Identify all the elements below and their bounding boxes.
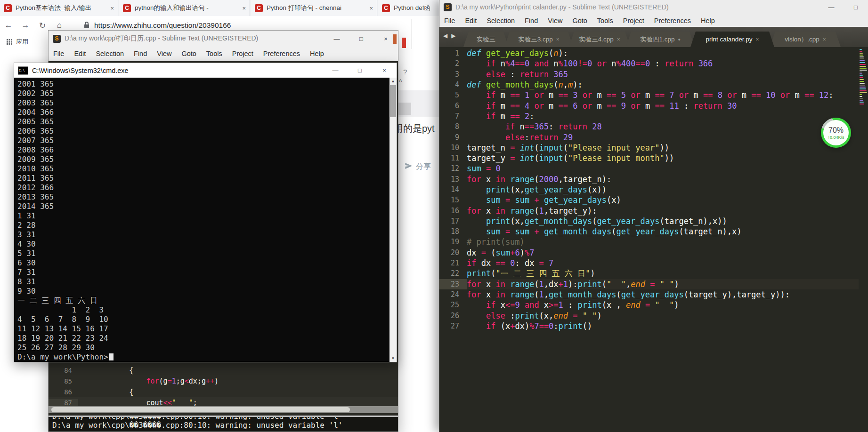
browser-tab[interactable]: CPython基本语法_输入/输出× [0, 0, 118, 16]
minimap-line [860, 104, 864, 104]
menu-item[interactable]: Find [525, 17, 538, 24]
download-speed-badge[interactable]: 70% ↑0.04K/s [821, 118, 851, 148]
tab-close-icon[interactable]: × [823, 36, 826, 43]
browser-tab[interactable]: Cpython的输入和输出语句 - × [119, 0, 250, 16]
tab-close-icon[interactable]: × [617, 36, 620, 43]
minimap[interactable] [860, 49, 867, 105]
home-button[interactable]: ⌂ [51, 21, 68, 30]
terminal-line: 11 12 13 14 15 16 17 [17, 324, 108, 334]
build-scrollbar-thumb[interactable] [393, 34, 397, 44]
tab-left-arrow-icon[interactable]: ◀ [443, 32, 447, 39]
line-number: 7 [439, 111, 467, 121]
editor-tab[interactable]: 实验四1.cpp● [626, 32, 695, 47]
maximize-button[interactable]: □ [844, 0, 868, 14]
minimap-line [860, 55, 863, 56]
csdn-favicon: C [255, 4, 263, 12]
scrollbar-thumb[interactable] [51, 407, 350, 412]
menu-item[interactable]: View [548, 17, 562, 24]
scroll-up-arrow-icon[interactable]: ▲ [389, 78, 397, 85]
python-title-bar[interactable]: S D:\a my work\Python\print calander.py … [439, 0, 868, 14]
code-line: 13for x in range(2000,target_n): [439, 174, 859, 184]
tab-close-icon[interactable]: × [556, 36, 560, 43]
cpp-menu-bar: FileEditSelectionFindViewGotoToolsProjec… [49, 47, 398, 61]
menu-item[interactable]: File [53, 50, 64, 57]
minimize-button[interactable]: — [323, 63, 348, 78]
editor-tab[interactable]: 实验三4.cpp× [569, 32, 630, 47]
terminal-body[interactable]: 2001 3652002 3652003 3652004 3662005 365… [14, 78, 397, 362]
menu-item[interactable]: View [157, 50, 171, 57]
cpp-code-area[interactable]: 84 {85 for(g=1;g<dx;g++)86 {87 cout<<" "… [49, 365, 398, 408]
line-number: 19 [439, 237, 467, 247]
tab-close-icon[interactable]: × [242, 5, 246, 12]
code-text: else:return 29 [467, 133, 573, 142]
vertical-scrollbar[interactable]: ▲ ▼ [389, 78, 397, 362]
build-output-line: D:\a my work\cpp\��3����.cpp:80:10: warn… [52, 421, 398, 430]
python-menu-bar: FileEditSelectionFindViewGotoToolsProjec… [439, 14, 868, 27]
menu-item[interactable]: Preferences [263, 50, 300, 57]
minimize-button[interactable]: — [819, 0, 844, 14]
menu-item[interactable]: Find [134, 50, 147, 57]
python-code-area[interactable]: 1def get_year_days(n):2 if n%4==0 and n%… [439, 47, 868, 432]
scroll-down-arrow-icon[interactable]: ▼ [389, 355, 397, 362]
tab-scroll-arrows[interactable]: ◀▶ [443, 32, 459, 39]
editor-tab[interactable]: print calander.py× [690, 32, 774, 47]
line-number: 22 [439, 268, 467, 279]
reload-button[interactable]: ↻ [34, 21, 51, 31]
code-text: if m == 4 or m == 6 or m == 9 or m == 11… [467, 101, 737, 111]
minimap-line [860, 70, 867, 71]
editor-tab[interactable]: vision）.cpp× [770, 32, 841, 47]
terminal-line: 2006 365 [17, 127, 108, 136]
code-text: if m == 1 or m == 3 or m == 5 or m == 7 … [467, 90, 833, 100]
close-button[interactable]: × [372, 63, 397, 78]
minimap-line [860, 64, 866, 65]
minimap-line [860, 62, 865, 63]
line-number: 3 [439, 69, 467, 80]
minimap-line [860, 98, 863, 99]
maximize-button[interactable]: □ [348, 63, 372, 78]
terminal-prompt[interactable]: D:\a my work\Python> [17, 352, 114, 362]
editor-tab-label: 实验三3.cpp [518, 35, 553, 44]
apps-grid-icon[interactable] [7, 39, 12, 45]
maximize-button[interactable]: □ [349, 31, 373, 47]
code-text: else : return 365 [467, 70, 568, 79]
menu-item[interactable]: Goto [572, 17, 587, 24]
menu-item[interactable]: Project [232, 50, 253, 57]
tab-close-icon[interactable]: × [369, 5, 373, 12]
menu-item[interactable]: Help [701, 17, 715, 24]
share-button[interactable]: 分享 [404, 162, 431, 172]
tab-right-arrow-icon[interactable]: ▶ [451, 32, 455, 39]
code-text: if m == 2: [467, 112, 534, 121]
bookmark-apps-label[interactable]: 应用 [16, 38, 28, 46]
menu-item[interactable]: Selection [96, 50, 124, 57]
sublime-icon: S [444, 3, 452, 11]
cmd-title-bar[interactable]: C:\ C:\Windows\System32\cmd.exe — □ × [14, 63, 397, 78]
scrollbar-thumb[interactable] [390, 85, 396, 117]
back-button[interactable]: ← [0, 21, 17, 30]
menu-item[interactable]: Project [623, 17, 644, 24]
horizontal-scrollbar[interactable] [49, 406, 398, 413]
cpp-title-bar[interactable]: S D:\a my work\cpp\打印日历.cpp - Sublime Te… [49, 31, 398, 47]
browser-tab-title: Python 打印语句 - chennai [267, 4, 366, 12]
minimap-line [860, 87, 866, 88]
menu-item[interactable]: Help [310, 50, 324, 57]
code-line: 15 sum = sum + get_year_days(x) [439, 195, 859, 205]
editor-tab[interactable]: 实验三3.cpp× [504, 32, 573, 47]
forward-button[interactable]: → [17, 21, 34, 30]
menu-item[interactable]: Goto [181, 50, 196, 57]
tab-close-icon[interactable]: × [756, 36, 759, 43]
menu-item[interactable]: File [444, 17, 455, 24]
menu-item[interactable]: Tools [206, 50, 222, 57]
terminal-line: 2 28 [17, 221, 108, 230]
tab-close-icon[interactable]: × [110, 5, 114, 12]
menu-item[interactable]: Preferences [654, 17, 691, 24]
menu-item[interactable]: Edit [74, 50, 86, 57]
minimap-line [860, 100, 863, 101]
editor-tab[interactable]: 实验三 [463, 32, 509, 47]
menu-item[interactable]: Tools [597, 17, 613, 24]
menu-item[interactable]: Edit [465, 17, 477, 24]
browser-tab[interactable]: CPython 打印语句 - chennai× [251, 0, 377, 16]
menu-item[interactable]: Selection [487, 17, 515, 24]
page-gray-rect [397, 103, 411, 115]
terminal-line: 2002 365 [17, 89, 108, 98]
minimize-button[interactable]: — [324, 31, 349, 47]
